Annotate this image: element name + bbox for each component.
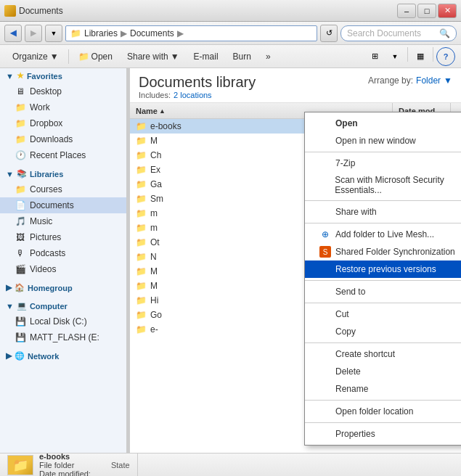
podcasts-icon: 🎙 — [15, 247, 26, 259]
sidebar-item-local-disk[interactable]: 💾 Local Disk (C:) — [0, 313, 126, 329]
folder-icon-14: 📁 — [136, 310, 147, 320]
cut-icon — [319, 308, 331, 320]
share-with-icon — [319, 206, 331, 218]
ctx-send-to[interactable]: Send to ▶ — [305, 283, 461, 300]
sidebar-item-podcasts[interactable]: 🎙 Podcasts — [0, 245, 126, 261]
sidebar-section-libraries-header[interactable]: ▼ 📚 Libraries — [0, 166, 126, 181]
folder-icon-8: 📁 — [136, 223, 147, 233]
local-disk-icon: 💾 — [15, 316, 26, 327]
sidebar-item-pictures[interactable]: 🖼 Pictures — [0, 229, 126, 245]
ctx-rename[interactable]: Rename — [305, 380, 461, 398]
file-name-text: M — [150, 136, 158, 146]
scan-icon — [319, 179, 330, 191]
ctx-cut[interactable]: Cut — [305, 305, 461, 323]
ctx-add-live-mesh[interactable]: ⊕ Add folder to Live Mesh... — [305, 226, 461, 243]
organize-arrow: ▼ — [50, 52, 59, 62]
shared-folder-icon: S — [319, 246, 331, 258]
sidebar-label-downloads: Downloads — [30, 134, 73, 144]
libraries-label: Libraries — [30, 170, 63, 178]
sidebar-section-favorites-header[interactable]: ▼ ★ Favorites — [0, 68, 126, 83]
sidebar-item-documents[interactable]: 📄 Documents — [0, 197, 126, 213]
homegroup-arrow: ▶ — [6, 283, 12, 292]
send-to-icon — [319, 286, 331, 298]
sidebar-item-work[interactable]: 📁 Work — [0, 99, 126, 115]
recent-locations-button[interactable]: ▼ — [45, 25, 62, 42]
folder-icon: 📁 — [70, 28, 81, 38]
back-button[interactable]: ◀ — [4, 25, 22, 42]
documents-icon: 📄 — [15, 200, 26, 211]
library-includes: Includes: 2 locations — [139, 91, 452, 99]
sidebar-item-courses[interactable]: 📁 Courses — [0, 181, 126, 197]
burn-button[interactable]: Burn — [227, 47, 258, 66]
delete-icon — [319, 366, 331, 377]
views-button[interactable]: ⊞ — [365, 47, 384, 66]
refresh-button[interactable]: ↺ — [320, 25, 338, 42]
title-bar-left: Documents — [4, 5, 63, 17]
sidebar-item-downloads[interactable]: 📁 Downloads — [0, 131, 126, 147]
ctx-open-folder-location[interactable]: Open folder location — [305, 403, 461, 420]
folder-icon-13: 📁 — [136, 295, 147, 305]
forward-button[interactable]: ▶ — [25, 25, 42, 42]
ctx-7zip[interactable]: 7-Zip ▶ — [305, 155, 461, 172]
sidebar-label-matt-flash: MATT_FLASH (E: — [30, 332, 99, 342]
path-documents[interactable]: Documents — [130, 28, 174, 38]
ctx-shared-folder-sync[interactable]: S Shared Folder Synchronization ▶ — [305, 243, 461, 260]
email-button[interactable]: E-mail — [187, 47, 225, 66]
sidebar-item-dropbox[interactable]: 📁 Dropbox — [0, 115, 126, 131]
ctx-open-new-window[interactable]: Open in new window — [305, 132, 461, 149]
ctx-separator-2 — [305, 200, 461, 201]
maximize-button[interactable]: □ — [417, 4, 436, 18]
minimize-button[interactable]: – — [397, 4, 416, 18]
sidebar-item-videos[interactable]: 🎬 Videos — [0, 261, 126, 277]
help-button[interactable]: ? — [436, 47, 455, 66]
path-libraries[interactable]: Libraries — [84, 28, 118, 38]
arrange-arrow[interactable]: ▼ — [444, 75, 452, 86]
sidebar-section-network-header[interactable]: ▶ 🌐 Network — [0, 348, 126, 364]
organize-button[interactable]: Organize ▼ — [6, 47, 65, 66]
address-path[interactable]: 📁 Libraries ▶ Documents ▶ — [65, 25, 317, 41]
toolbar-separator-1 — [68, 49, 69, 64]
folder-icon-5: 📁 — [136, 179, 147, 189]
7zip-icon — [319, 157, 331, 169]
favorites-arrow: ▼ — [6, 72, 14, 81]
sidebar-item-recent[interactable]: 🕐 Recent Places — [0, 147, 126, 163]
ctx-scan[interactable]: Scan with Microsoft Security Essentials.… — [305, 172, 461, 198]
locations-link[interactable]: 2 locations — [174, 91, 212, 99]
sidebar-label-courses: Courses — [30, 184, 62, 194]
views-arrow[interactable]: ▼ — [385, 47, 404, 66]
ctx-properties[interactable]: Properties — [305, 425, 461, 443]
sidebar-item-matt-flash[interactable]: 💾 MATT_FLASH (E: — [0, 329, 126, 345]
ctx-open[interactable]: Open — [305, 115, 461, 132]
window-icon — [4, 5, 16, 17]
close-button[interactable]: ✕ — [438, 4, 457, 18]
ctx-copy[interactable]: Copy — [305, 323, 461, 340]
ctx-share-with[interactable]: Share with ▶ — [305, 203, 461, 221]
search-placeholder: Search Documents — [347, 28, 421, 38]
ctx-create-shortcut[interactable]: Create shortcut — [305, 345, 461, 363]
sidebar-label-work: Work — [30, 102, 50, 112]
search-box[interactable]: Search Documents 🔍 — [340, 25, 457, 41]
homegroup-label: Homegroup — [28, 284, 73, 292]
more-button[interactable]: » — [259, 47, 277, 66]
sidebar-section-computer-header[interactable]: ▼ 💻 Computer — [0, 298, 126, 313]
library-arrange: Arrange by: Folder ▼ — [368, 75, 452, 86]
folder-icon-4: 📁 — [136, 165, 147, 175]
status-item: 📁 e-books File folder Date modified: Sta… — [0, 454, 138, 476]
ctx-restore-versions[interactable]: Restore previous versions — [305, 260, 461, 278]
ctx-delete[interactable]: Delete — [305, 363, 461, 380]
sidebar-item-desktop[interactable]: 🖥 Desktop — [0, 83, 126, 99]
toolbar-separator-2 — [407, 47, 408, 62]
sidebar-section-homegroup-header[interactable]: ▶ 🏠 Homegroup — [0, 280, 126, 295]
arrange-value[interactable]: Folder — [416, 75, 441, 86]
open-button[interactable]: 📁 Open — [72, 47, 119, 66]
favorites-star-icon: ★ — [17, 71, 24, 81]
col-name-label: Name — [136, 107, 158, 115]
computer-arrow: ▼ — [6, 302, 14, 311]
share-with-button[interactable]: Share with ▼ — [121, 47, 186, 66]
libraries-icon: 📚 — [17, 169, 27, 178]
sidebar-item-music[interactable]: 🎵 Music — [0, 213, 126, 229]
preview-button[interactable]: ▦ — [411, 47, 430, 66]
ctx-separator-3 — [305, 223, 461, 223]
ctx-open-label: Open — [335, 118, 358, 128]
shortcut-icon — [319, 348, 331, 360]
